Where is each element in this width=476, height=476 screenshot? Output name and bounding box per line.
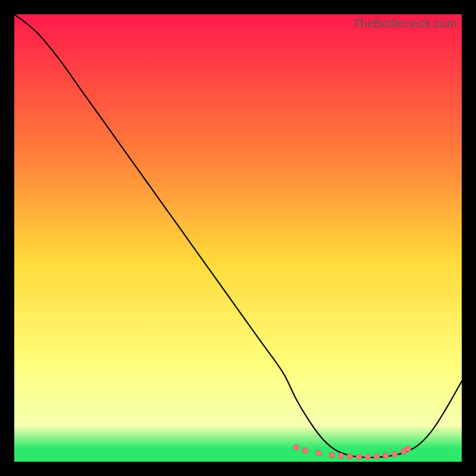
marker-dot bbox=[356, 454, 362, 460]
marker-dot bbox=[374, 453, 380, 459]
marker-dot bbox=[293, 444, 299, 450]
marker-dot bbox=[383, 452, 389, 458]
marker-dot bbox=[392, 451, 397, 457]
marker-dot bbox=[338, 453, 344, 459]
marker-dot bbox=[329, 452, 335, 458]
marker-dot bbox=[347, 453, 353, 459]
gradient-background bbox=[14, 14, 462, 462]
marker-dot bbox=[315, 450, 321, 456]
marker-dot bbox=[302, 447, 308, 453]
watermark-text: TheBottleneck.com bbox=[353, 17, 457, 30]
chart-frame: TheBottleneck.com bbox=[0, 0, 476, 476]
marker-dot bbox=[365, 454, 371, 460]
plot-area: TheBottleneck.com bbox=[14, 14, 462, 462]
marker-dot bbox=[405, 446, 411, 452]
chart-svg bbox=[14, 14, 462, 462]
